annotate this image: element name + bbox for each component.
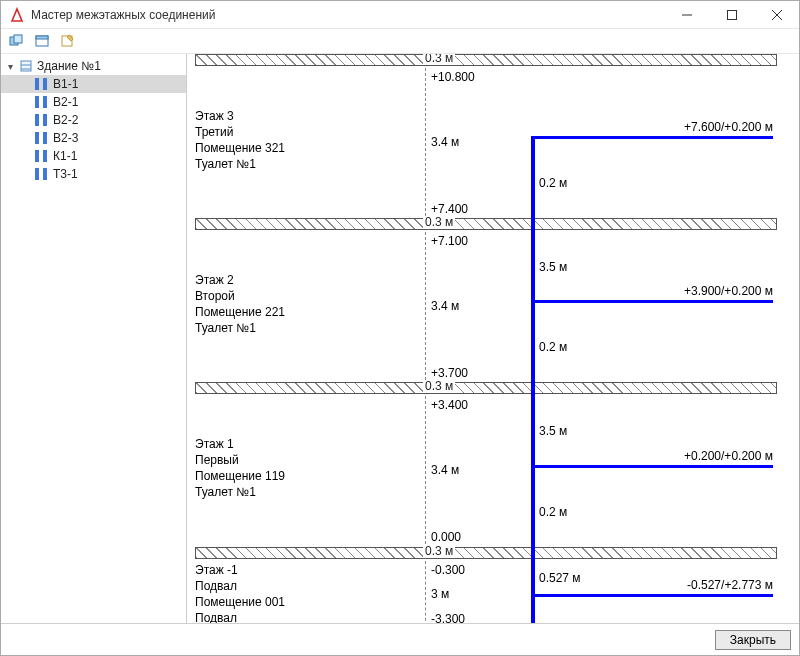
floor-info-line: Помещение 321 (195, 140, 285, 156)
elevation-label: 0.000 (431, 530, 461, 544)
floor-diagram: 0.3 м0.3 м0.3 м0.3 м+10.800+7.4003.4 мЭт… (187, 54, 791, 623)
riser-vertical (531, 136, 535, 623)
elevation-label: +10.800 (431, 70, 475, 84)
floor-info: Этаж 3ТретийПомещение 321Туалет №1 (195, 108, 285, 172)
floor-info-line: Этаж 2 (195, 272, 285, 288)
floor-info-line: Подвал (195, 578, 285, 594)
tree-item-label: В2-2 (53, 113, 78, 127)
tree-item[interactable]: В2-1 (1, 93, 186, 111)
centerline (425, 396, 426, 544)
centerline (425, 68, 426, 216)
floor-info: Этаж 1ПервыйПомещение 119Туалет №1 (195, 436, 285, 500)
floor-info-line: Первый (195, 452, 285, 468)
tree-item[interactable]: К1-1 (1, 147, 186, 165)
floor-info-line: Туалет №1 (195, 320, 285, 336)
titlebar: Мастер межэтажных соединений (1, 1, 799, 29)
tree-root[interactable]: ▾Здание №1 (1, 57, 186, 75)
floor-info-line: Этаж 3 (195, 108, 285, 124)
branch-label: +7.600/+0.200 м (684, 120, 773, 134)
window-title: Мастер межэтажных соединений (31, 8, 664, 22)
branch-label: +0.200/+0.200 м (684, 449, 773, 463)
segment-label: 0.2 м (539, 340, 567, 354)
floor-info-line: Помещение 221 (195, 304, 285, 320)
svg-rect-7 (36, 36, 48, 39)
toolbar-button-2[interactable] (31, 31, 53, 51)
content-panel: 0.3 м0.3 м0.3 м0.3 м+10.800+7.4003.4 мЭт… (187, 54, 799, 623)
floor-info-line: Помещение 001 (195, 594, 285, 610)
tree-item-label: В2-1 (53, 95, 78, 109)
height-label: 3.4 м (431, 135, 459, 149)
floor-info: Этаж 2ВторойПомещение 221Туалет №1 (195, 272, 285, 336)
floor-info-line: Третий (195, 124, 285, 140)
slab (195, 382, 777, 394)
riser-branch (531, 594, 773, 597)
slab (195, 54, 777, 66)
segment-label: 3.5 м (539, 260, 567, 274)
caret-down-icon: ▾ (5, 61, 15, 72)
tree-item-label: В1-1 (53, 77, 78, 91)
elevation-label: +3.400 (431, 398, 468, 412)
tree-item[interactable]: В2-2 (1, 111, 186, 129)
slab-thickness-label: 0.3 м (423, 54, 455, 65)
floor-info-line: Туалет №1 (195, 484, 285, 500)
riser-icon (35, 114, 49, 126)
slab-thickness-label: 0.3 м (423, 544, 455, 558)
riser-icon (35, 132, 49, 144)
window: Мастер межэтажных соединений ▾Здание №1В… (0, 0, 800, 656)
tree-item[interactable]: Т3-1 (1, 165, 186, 183)
centerline (425, 561, 426, 623)
app-icon (9, 7, 25, 23)
toolbar-button-1[interactable] (5, 31, 27, 51)
svg-rect-1 (727, 10, 736, 19)
height-label: 3.4 м (431, 299, 459, 313)
floor-info: Этаж -1ПодвалПомещение 001Подвал (195, 562, 285, 623)
riser-branch (531, 300, 773, 303)
elevation-label: +7.100 (431, 234, 468, 248)
tree-item[interactable]: В1-1 (1, 75, 186, 93)
tree-item-label: Т3-1 (53, 167, 78, 181)
tree-item[interactable]: В2-3 (1, 129, 186, 147)
tree-panel: ▾Здание №1В1-1В2-1В2-2В2-3К1-1Т3-1 (1, 54, 187, 623)
segment-label: 3.5 м (539, 424, 567, 438)
floor-info-line: Этаж -1 (195, 562, 285, 578)
building-icon (19, 59, 33, 73)
elevation-label: -3.300 (431, 612, 465, 623)
elevation-label: +3.700 (431, 366, 468, 380)
floor-info-line: Второй (195, 288, 285, 304)
riser-icon (35, 78, 49, 90)
elevation-label: +7.400 (431, 202, 468, 216)
slab (195, 547, 777, 559)
elevation-label: -0.300 (431, 563, 465, 577)
close-window-button[interactable] (754, 1, 799, 29)
bottom-bar: Закрыть (1, 623, 799, 655)
body: ▾Здание №1В1-1В2-1В2-2В2-3К1-1Т3-1 0.3 м… (1, 54, 799, 623)
riser-icon (35, 150, 49, 162)
tree-item-label: К1-1 (53, 149, 77, 163)
tree-root-label: Здание №1 (37, 59, 101, 73)
riser-icon (35, 96, 49, 108)
centerline (425, 232, 426, 380)
toolbar-button-3[interactable] (57, 31, 79, 51)
slab (195, 218, 777, 230)
floor-info-line: Этаж 1 (195, 436, 285, 452)
close-button[interactable]: Закрыть (715, 630, 791, 650)
floor-info-line: Подвал (195, 610, 285, 623)
floor-info-line: Туалет №1 (195, 156, 285, 172)
toolbar (1, 29, 799, 54)
slab-thickness-label: 0.3 м (423, 379, 455, 393)
riser-icon (35, 168, 49, 180)
floor-info-line: Помещение 119 (195, 468, 285, 484)
height-label: 3 м (431, 587, 449, 601)
tree-item-label: В2-3 (53, 131, 78, 145)
riser-branch (531, 136, 773, 139)
segment-label: 0.2 м (539, 505, 567, 519)
segment-label: 0.2 м (539, 176, 567, 190)
riser-branch (531, 465, 773, 468)
svg-rect-5 (14, 35, 22, 43)
branch-label: -0.527/+2.773 м (687, 578, 773, 592)
slab-thickness-label: 0.3 м (423, 215, 455, 229)
height-label: 3.4 м (431, 463, 459, 477)
segment-label: 0.527 м (539, 571, 581, 585)
minimize-button[interactable] (664, 1, 709, 29)
maximize-button[interactable] (709, 1, 754, 29)
